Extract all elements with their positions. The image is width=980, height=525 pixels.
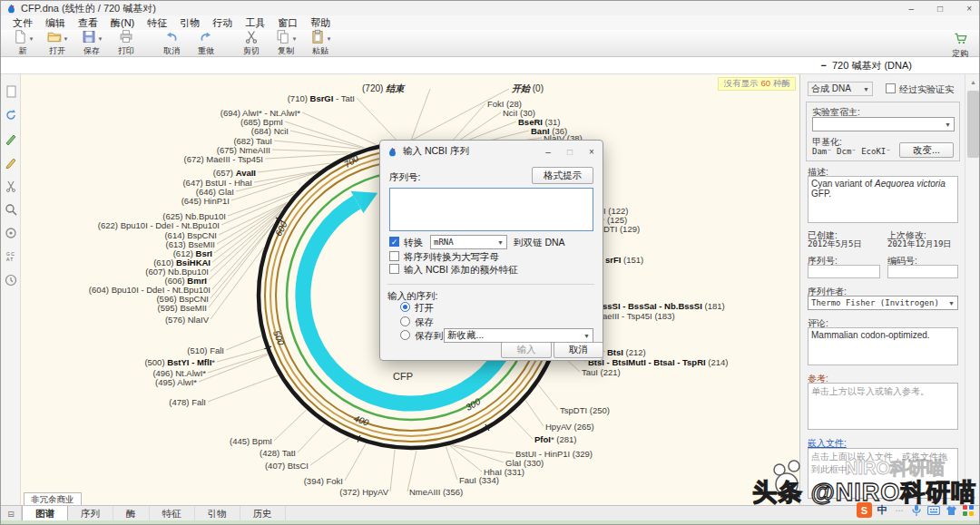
keyboard-icon[interactable] (926, 503, 941, 518)
enzyme-label[interactable]: (428) TatI (260, 448, 296, 458)
cds-label[interactable]: CFP (393, 371, 413, 382)
split-view-icon[interactable]: ⊟ (1, 506, 22, 521)
enzyme-label[interactable]: TauI (221) (582, 367, 621, 377)
dropdown-arrow-icon[interactable]: ▼ (327, 36, 332, 42)
format-hint-button[interactable]: 格式提示 (532, 167, 593, 184)
enzyme-label[interactable]: PfoI* (281) (534, 434, 576, 444)
dialog-minimize-icon[interactable]: – (537, 147, 559, 157)
uppercase-checkbox[interactable] (389, 251, 399, 261)
dropdown-arrow-icon[interactable]: ▼ (64, 36, 69, 42)
enzyme-label[interactable]: (372) HpyAV (339, 487, 388, 497)
tab-特征[interactable]: 特征 (150, 506, 195, 521)
accession-input[interactable] (808, 265, 880, 278)
enzyme-label[interactable]: (500) BstYI - MflI* (144, 357, 215, 367)
menu-引物[interactable]: 引物 (173, 16, 206, 30)
code-input[interactable] (887, 265, 958, 278)
scissors-small-icon[interactable] (3, 176, 19, 196)
save-floppy-button[interactable]: ▼保存 (75, 31, 108, 55)
dropdown-arrow-icon[interactable]: ▼ (292, 36, 298, 42)
undo-button[interactable]: 取消 (155, 31, 188, 55)
brush-icon[interactable] (3, 129, 19, 149)
dropdown-arrow-icon[interactable]: ▼ (98, 36, 103, 42)
description-box[interactable]: Cyan variant of Aequorea victoria GFP. (808, 176, 958, 223)
apps-grid-icon[interactable] (961, 503, 975, 518)
accession-textarea[interactable] (389, 188, 593, 231)
printer-button[interactable]: 打印 (110, 31, 142, 55)
menu-行动[interactable]: 行动 (206, 16, 239, 30)
dna-type-select[interactable]: 合成 DNA▼ (808, 82, 873, 96)
menu-窗口[interactable]: 窗口 (271, 16, 304, 30)
enzyme-label[interactable]: (657) AvaII (213, 168, 256, 178)
dialog-close-icon[interactable]: × (581, 147, 603, 157)
scissors-button[interactable]: 剪切 (235, 31, 268, 55)
target-icon[interactable] (3, 223, 19, 243)
menu-文件[interactable]: 文件 (6, 16, 39, 30)
zoom-out-icon[interactable]: − (821, 60, 827, 71)
enzyme-label[interactable]: srFI (151) (605, 255, 643, 265)
enzyme-label[interactable]: (684) NciI (251, 126, 289, 136)
menu-特征[interactable]: 特征 (141, 16, 173, 30)
enzyme-label[interactable]: (407) BtsCI (265, 461, 309, 471)
enzyme-label[interactable]: (445) BpmI (230, 436, 272, 446)
tab-序列[interactable]: 序列 (68, 506, 113, 521)
comments-box[interactable]: Mammalian codon-optimized. (808, 327, 958, 365)
dialog-maximize-icon[interactable]: □ (559, 147, 581, 157)
scroll-up-icon[interactable]: ▲ (965, 74, 980, 89)
microphone-icon[interactable] (909, 503, 924, 518)
enzyme-label[interactable]: TspDTI (250) (560, 405, 610, 415)
menu-查看[interactable]: 查看 (72, 16, 104, 30)
save-to-radio[interactable] (400, 330, 410, 340)
tab-酶[interactable]: 酶 (113, 506, 150, 521)
open-radio[interactable] (400, 302, 410, 312)
enzyme-label[interactable]: ssSI - BssSaI - Nb.BssSI (181) (603, 301, 725, 311)
menu-工具[interactable]: 工具 (239, 16, 271, 30)
rotate-icon[interactable] (3, 105, 19, 125)
enzyme-label[interactable]: NmeAIII (356) (409, 487, 463, 497)
cancel-button[interactable]: 取消 (554, 342, 603, 358)
enzyme-label[interactable]: (622) Bpu10I - DdeI - Nt.Bpu10I (98, 220, 220, 230)
save-radio[interactable] (400, 316, 410, 326)
convert-type-select[interactable]: mRNA▼ (430, 235, 507, 249)
clock-icon[interactable] (3, 270, 19, 290)
magnifier-icon[interactable] (3, 199, 19, 219)
host-select[interactable]: ▼ (812, 117, 955, 131)
minimize-icon[interactable]: – (909, 4, 915, 14)
new-file-button[interactable]: ▼新 (6, 31, 39, 55)
scroll-thumb[interactable] (967, 91, 979, 158)
enzyme-label[interactable]: (672) MaeIII - Tsp45I (184, 154, 263, 164)
enzyme-label[interactable]: HpyAV (265) (545, 422, 594, 432)
dropdown-arrow-icon[interactable]: ▼ (29, 36, 34, 42)
enzyme-label[interactable]: (710) BsrGI - TatI (288, 93, 355, 103)
menu-帮助[interactable]: 帮助 (304, 16, 337, 30)
reference-box[interactable]: 单击上方以导入或输入参考。 (808, 383, 958, 430)
dialog-title-bar[interactable]: 输入 NCBI 序列 – □ × (380, 141, 603, 162)
menu-编辑[interactable]: 编辑 (39, 16, 72, 30)
enzyme-label[interactable]: (495) AlwI* (155, 377, 197, 387)
paste-button[interactable]: ▼粘贴 (304, 31, 337, 55)
sogou-icon[interactable]: S (857, 502, 872, 518)
enzyme-label[interactable]: BtsI (212) (607, 347, 646, 357)
skin-shirt-icon[interactable] (944, 503, 958, 518)
copy-button[interactable]: ▼复制 (270, 31, 302, 55)
order-cart-button[interactable]: 定购 (952, 32, 968, 60)
enzyme-label[interactable]: DTI (129) (603, 224, 640, 234)
open-folder-button[interactable]: ▼打开 (41, 31, 74, 55)
enzyme-label[interactable]: (478) FalI (169, 397, 206, 407)
menu-酶(N)[interactable]: 酶(N) (104, 16, 141, 30)
enzyme-label[interactable]: (394) FokI (304, 476, 343, 486)
maximize-icon[interactable]: □ (937, 4, 943, 14)
chinese-mode-icon[interactable]: 中 (875, 503, 889, 518)
tools-dots-icon[interactable]: ⋯ (892, 503, 906, 518)
change-methylation-button[interactable]: 改变... (899, 142, 954, 158)
enzyme-label[interactable]: (595) BseMII (158, 303, 207, 313)
tab-历史[interactable]: 历史 (240, 506, 286, 521)
redo-button[interactable]: 重做 (190, 31, 222, 55)
hidden-enzymes-badge[interactable]: 没有显示60种酶 (718, 77, 796, 91)
panel-scrollbar[interactable]: ▲ ▼ (965, 74, 980, 505)
import-button[interactable]: 输入 (501, 342, 552, 358)
pencil-icon[interactable] (3, 152, 19, 172)
enzyme-label[interactable]: BtsI - BtsIMutI - BtsaI - TspRI (214) (588, 357, 728, 367)
enzyme-label[interactable]: (576) NlaIV (165, 315, 209, 325)
verified-checkbox[interactable] (886, 83, 896, 93)
enzyme-label[interactable]: FauI (334) (459, 475, 499, 485)
